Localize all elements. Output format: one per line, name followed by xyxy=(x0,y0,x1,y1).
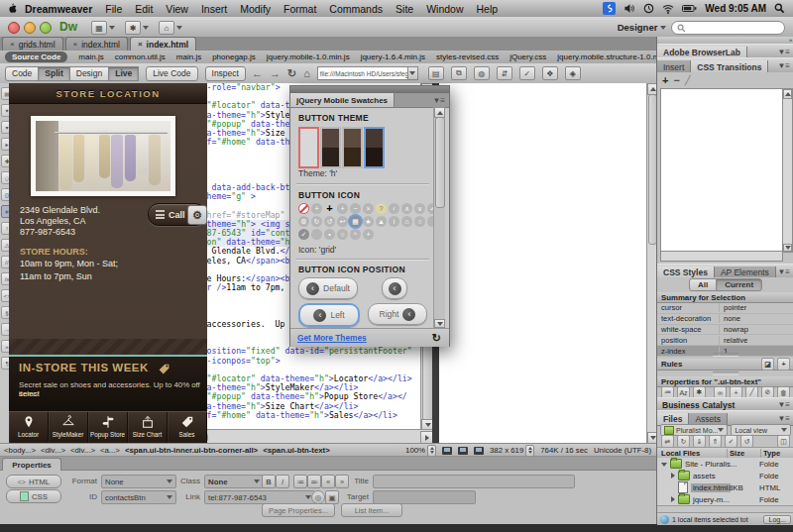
related-file-phonegap.js[interactable]: phonegap.js xyxy=(212,53,256,61)
forward-icon[interactable]: → xyxy=(270,67,281,79)
swatch-icon-search-plus[interactable]: ○ xyxy=(337,229,348,240)
expand-right-icon[interactable] xyxy=(671,472,675,480)
column-size[interactable]: Size xyxy=(727,449,760,458)
menu-dreamweaver[interactable]: Dreamweaver xyxy=(25,3,92,15)
close-tab-icon[interactable]: × xyxy=(138,40,143,49)
visual-aids-icon[interactable]: ◈ xyxy=(565,66,581,80)
related-file-source-code[interactable]: Source Code xyxy=(5,52,67,62)
window-zoom-button[interactable] xyxy=(40,22,52,34)
layout-switcher-button[interactable]: ▦ xyxy=(91,21,115,35)
collapse-to-icons-button[interactable]: » xyxy=(657,37,793,44)
hand-tool-icon[interactable] xyxy=(458,447,468,455)
panel-menu-icon[interactable]: ▼≡ xyxy=(777,400,790,409)
refresh-icon[interactable]: ↻ xyxy=(677,435,690,448)
link-field[interactable]: tel:877-987-6543 xyxy=(204,490,315,504)
zoom-tool-icon[interactable] xyxy=(474,447,484,455)
html-mode-button[interactable]: <>HTML xyxy=(6,475,61,488)
window-minimize-button[interactable] xyxy=(24,22,36,34)
view-button-design[interactable]: Design xyxy=(69,66,109,81)
view-button-live-code[interactable]: Live Code xyxy=(146,66,197,81)
theme-swatch-h-selected[interactable] xyxy=(364,127,385,168)
summary-row-white-space[interactable]: white-spacenowrap xyxy=(657,325,793,336)
related-file-common.util.js[interactable]: common.util.js xyxy=(115,53,166,61)
new-css-rule-icon[interactable]: + xyxy=(777,358,790,371)
panel-drag-bar[interactable] xyxy=(290,86,449,93)
summary-row-text-decoration[interactable]: text-decorationnone xyxy=(657,314,793,325)
tag-crumb[interactable]: <body...> xyxy=(4,446,36,455)
window-size[interactable]: 382 x 619 xyxy=(490,445,534,457)
summary-row-cursor[interactable]: cursorpointer xyxy=(657,303,793,314)
swatch-icon-delete[interactable]: × xyxy=(363,203,374,214)
view-button-inspect[interactable]: Inspect xyxy=(205,66,246,81)
swatch-icon-radio[interactable]: • xyxy=(324,229,335,240)
menu-site[interactable]: Site xyxy=(396,3,413,15)
menu-view[interactable]: View xyxy=(166,3,188,15)
add-transition-icon[interactable]: + xyxy=(662,74,668,86)
swatch-icon-star[interactable]: ★ xyxy=(363,216,374,227)
swatch-icon-info[interactable]: i xyxy=(389,216,399,227)
battery-icon[interactable] xyxy=(682,4,697,13)
swatch-icon-arrow-up[interactable]: ∧ xyxy=(401,203,412,214)
menu-format[interactable]: Format xyxy=(283,3,316,15)
tag-crumb[interactable]: <div...> xyxy=(70,446,95,455)
file-row-jquery-m-[interactable]: jquery-m...Folde xyxy=(657,493,793,505)
file-row-assets[interactable]: assetsFolde xyxy=(657,470,793,481)
file-row-site-pluralis-[interactable]: Site - Pluralis...Folde xyxy=(657,458,793,470)
menu-edit[interactable]: Edit xyxy=(135,3,153,15)
browse-folder-icon[interactable]: ▣ xyxy=(325,490,339,504)
select-tool-icon[interactable] xyxy=(442,447,452,455)
check-out-icon[interactable]: ✓ xyxy=(725,435,737,448)
expand-down-icon[interactable] xyxy=(661,460,667,469)
theme-swatch-g[interactable] xyxy=(342,127,363,168)
class-select[interactable]: None xyxy=(204,475,264,488)
help-search-input[interactable] xyxy=(671,21,785,35)
multiscreen-preview-icon[interactable]: ⧉ xyxy=(451,66,467,80)
address-field[interactable]: file:///Macintosh HD/Users/sfegette/Desk… xyxy=(317,66,408,80)
get-files-icon[interactable]: ⇓ xyxy=(693,435,706,448)
swatch-icon-search[interactable]: ○ xyxy=(414,216,425,227)
call-button[interactable]: Call ⚙ xyxy=(148,203,206,226)
panel-menu-icon[interactable]: ▼≡ xyxy=(777,267,790,276)
all-mode-button[interactable]: All xyxy=(689,278,717,291)
panel-menu-icon[interactable]: ▼≡ xyxy=(777,48,790,56)
put-files-icon[interactable]: ⇑ xyxy=(709,435,722,448)
column-local-files[interactable]: Local Files xyxy=(657,449,727,458)
edit-transition-icon[interactable]: ╱ xyxy=(685,75,690,85)
panel-menu-icon[interactable]: ▼≡ xyxy=(777,61,790,70)
swatch-gear-badge-icon[interactable]: ⚙ xyxy=(187,205,207,225)
swatch-icon-alert[interactable]: ▲ xyxy=(376,216,387,227)
swatch-icon-caret[interactable]: ^ xyxy=(350,229,361,240)
preview-in-browser-icon[interactable]: ◍ xyxy=(474,66,490,80)
list-item-button[interactable]: List Item... xyxy=(341,503,402,517)
tag-crumb[interactable]: <span.ui-btn-inner.ui-btn-corner-all> xyxy=(125,446,258,455)
scroll-thumb[interactable] xyxy=(435,117,445,208)
apple-menu-icon[interactable] xyxy=(7,3,17,15)
related-file-jquery-1.6.4.min.js[interactable]: jquery-1.6.4.min.js xyxy=(361,53,425,61)
swatch-icon-check-circle[interactable]: ✓ xyxy=(298,229,309,240)
page-properties-button[interactable]: Page Properties... xyxy=(262,503,335,517)
id-select[interactable]: contactsBtn xyxy=(101,490,176,504)
swatch-icon-back[interactable]: ↩ xyxy=(337,216,348,227)
theme-swatch-default[interactable] xyxy=(298,127,319,168)
menu-insert[interactable]: Insert xyxy=(201,3,227,15)
check-in-icon[interactable]: ↺ xyxy=(740,435,753,448)
css-mode-button[interactable]: CSS xyxy=(6,489,61,503)
panel-horizontal-scrollbar[interactable] xyxy=(660,251,783,262)
properties-tab[interactable]: Properties xyxy=(2,458,61,471)
menubar-clock[interactable]: Wed 9:05 AM xyxy=(705,3,766,14)
target-field[interactable] xyxy=(373,490,476,504)
menu-commands[interactable]: Commands xyxy=(329,3,383,15)
swatch-icon-no[interactable] xyxy=(298,203,309,214)
zoom-level[interactable]: 100% xyxy=(405,445,436,457)
tag-crumb[interactable]: <div...> xyxy=(41,446,65,455)
bold-button[interactable]: B xyxy=(262,475,276,488)
swatch-icon-help[interactable]: ? xyxy=(376,203,387,214)
icon-position-notext-button[interactable]: ‹ xyxy=(382,277,407,299)
expand-panel-icon[interactable]: ◫ xyxy=(777,435,790,448)
extend-dreamweaver-button[interactable]: ✱ xyxy=(125,21,149,35)
outdent-button[interactable]: « xyxy=(321,475,335,488)
address-dropdown-icon[interactable] xyxy=(408,66,418,80)
get-more-themes-link[interactable]: Get More Themes xyxy=(297,333,367,343)
doc-tab-index.html[interactable]: ×index.html xyxy=(65,37,128,51)
spotlight-icon[interactable] xyxy=(774,3,785,14)
